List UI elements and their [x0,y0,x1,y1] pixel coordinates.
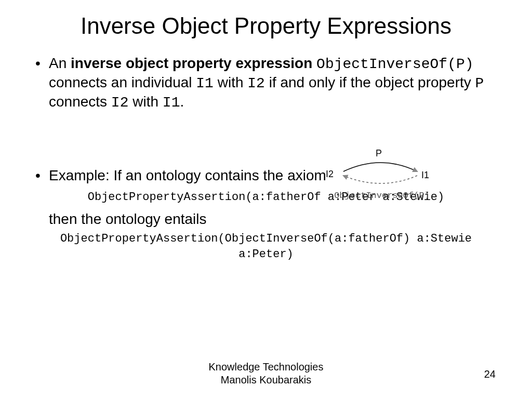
b1-m2: with [214,74,247,90]
b2-code2a: ObjectPropertyAssertion(ObjectInverseOf(… [31,231,501,247]
b1-bold: inverse object property expression [71,55,312,71]
b1-end: . [180,94,184,110]
b2-text: Example: If an ontology contains the axi… [49,167,326,183]
b1-p: P [475,75,484,91]
bullet-2: Example: If an ontology contains the axi… [31,166,501,184]
b2-code2b: a:Peter) [31,247,501,262]
b1-m4: connects [49,94,111,110]
diagram-caption: ObjectInverseOf(P) [320,190,444,201]
page-number: 24 [484,368,496,380]
b1-m1: connects an individual [49,74,196,90]
slide-content: An inverse object property expression Ob… [31,54,501,262]
slide-footer: Knowledge Technologies Manolis Koubaraki… [0,361,532,387]
bullet-1: An inverse object property expression Ob… [31,54,501,112]
b1-code1: ObjectInverseOf(P) [316,56,473,72]
b1-m5: with [128,94,162,110]
b2-then: then the ontology entails [31,210,501,228]
b2-code2: ObjectPropertyAssertion(ObjectInverseOf(… [31,231,501,262]
footer-line1: Knowledge Technologies [0,361,532,374]
footer-line2: Manolis Koubarakis [0,374,532,387]
b1-i1b: I1 [163,95,180,111]
b1-m3: if and only if the object property [265,74,475,90]
b1-i2b: I2 [111,95,129,111]
b1-i2: I2 [247,75,265,91]
b1-pre: An [49,55,71,71]
diagram-label-p: P [376,148,382,159]
b1-i1: I1 [196,75,214,91]
slide-title: Inverse Object Property Expressions [31,13,501,39]
